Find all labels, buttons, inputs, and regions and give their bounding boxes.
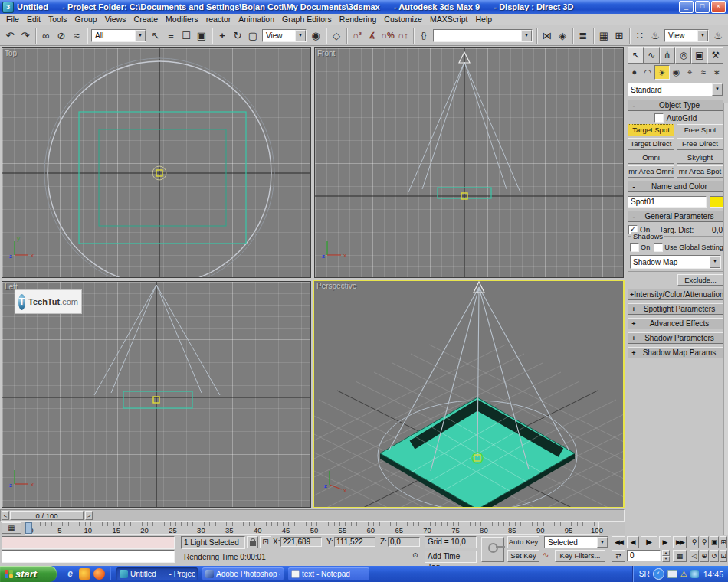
- rectangular-selection-region-icon[interactable]: ☐: [179, 28, 194, 44]
- auto-key-button[interactable]: Auto Key: [507, 536, 539, 548]
- restore-button[interactable]: □: [695, 1, 710, 13]
- category-geometry-icon[interactable]: ●: [628, 65, 641, 80]
- use-pivot-point-icon[interactable]: ◉: [308, 28, 323, 44]
- rollout-advanced-effects[interactable]: +Advanced Effects: [628, 318, 723, 329]
- current-frame-marker[interactable]: [25, 522, 32, 534]
- quick-launch-icon[interactable]: [79, 568, 90, 580]
- quick-render-icon[interactable]: ♨: [710, 28, 726, 44]
- snap-toggle-icon[interactable]: ∩³: [349, 28, 365, 44]
- angle-snap-icon[interactable]: ∡: [365, 28, 380, 44]
- menu-graph-editors[interactable]: Graph Editors: [278, 14, 336, 25]
- open-mini-curve-editor-button[interactable]: ▦: [2, 522, 21, 534]
- z-coordinate-field[interactable]: [388, 537, 420, 547]
- select-and-scale-icon[interactable]: ▢: [245, 28, 261, 44]
- category-shapes-icon[interactable]: ◠: [641, 65, 655, 80]
- viewport-perspective-active[interactable]: Perspective z x: [313, 280, 625, 508]
- material-editor-icon[interactable]: ∷: [632, 28, 648, 44]
- time-slider-track[interactable]: < 0 / 100 >: [0, 509, 625, 522]
- field-of-view-button[interactable]: ◁: [690, 550, 699, 562]
- redo-icon[interactable]: ↷: [18, 28, 33, 44]
- light-category-dropdown[interactable]: Standard ▼: [628, 83, 723, 96]
- next-frame-button[interactable]: ▶: [659, 536, 671, 548]
- schematic-view-icon[interactable]: ⊞: [612, 28, 627, 44]
- object-type-target-spot[interactable]: Target Spot: [628, 124, 674, 136]
- plane-object-outline[interactable]: [79, 112, 246, 244]
- render-setup-icon[interactable]: ♨: [648, 28, 663, 44]
- maximize-viewport-toggle[interactable]: ⊡: [720, 550, 727, 562]
- viewport-left[interactable]: Left T TechTut.com z x: [2, 281, 311, 508]
- rollout-name-and-color[interactable]: - Name and Color: [628, 181, 723, 192]
- select-and-manipulate-icon[interactable]: ◇: [329, 28, 344, 44]
- autogrid-checkbox[interactable]: [654, 113, 664, 123]
- track-bar[interactable]: ▦ 05101520253035404550556065707580859095…: [0, 522, 625, 535]
- category-cameras-icon[interactable]: ◉: [670, 65, 684, 80]
- zoom-all-button[interactable]: ⚲: [700, 536, 709, 548]
- key-filters-button[interactable]: Key Filters...: [555, 550, 605, 562]
- maxscript-mini-listener-pink[interactable]: [2, 536, 175, 549]
- firefox-icon[interactable]: [93, 568, 105, 580]
- viewport-perspective-label[interactable]: Perspective: [316, 282, 356, 290]
- bind-to-spacewarp-icon[interactable]: ≈: [69, 28, 84, 44]
- render-type-dropdown[interactable]: View ▼: [664, 29, 709, 42]
- align-icon[interactable]: ◈: [555, 28, 570, 44]
- named-selection-dropdown[interactable]: ▼: [433, 29, 533, 42]
- task-max[interactable]: Untitled - Project ...: [116, 567, 198, 580]
- start-button[interactable]: start: [0, 566, 57, 582]
- tray-folder-icon[interactable]: [667, 570, 677, 578]
- time-configuration-button[interactable]: ▦: [673, 550, 687, 562]
- goto-end-button[interactable]: ▶▶: [673, 536, 687, 548]
- object-type-free-direct[interactable]: Free Direct: [677, 138, 723, 150]
- minimize-button[interactable]: _: [679, 1, 694, 13]
- viewport-front[interactable]: Front z x: [314, 47, 624, 278]
- previous-frame-button[interactable]: ◀: [627, 536, 639, 548]
- task-ps[interactable]: Adobe Photoshop - [...: [202, 567, 284, 580]
- play-button[interactable]: ▶: [641, 536, 657, 548]
- object-color-swatch[interactable]: [710, 196, 723, 208]
- tab-utilities[interactable]: ⚒: [707, 47, 723, 64]
- add-time-tag[interactable]: Add Time Tag: [425, 551, 477, 563]
- frame-forward-arrow[interactable]: >: [85, 511, 93, 520]
- menu-customize[interactable]: Customize: [380, 14, 426, 25]
- object-type-free-spot[interactable]: Free Spot: [677, 124, 723, 136]
- tray-warning-icon[interactable]: ⚠: [680, 569, 687, 579]
- x-coordinate-field[interactable]: [280, 537, 322, 547]
- object-type-mr-area-omni[interactable]: mr Area Omni: [628, 165, 674, 178]
- menu-help[interactable]: Help: [472, 14, 497, 25]
- zoom-extents-button[interactable]: ▣: [710, 536, 719, 548]
- reference-coordinate-dropdown[interactable]: View ▼: [262, 29, 307, 42]
- track-bar-strip[interactable]: 0510152025303540455055606570758085909510…: [25, 522, 599, 535]
- goto-start-button[interactable]: ◀◀: [612, 536, 625, 548]
- set-key-button[interactable]: Set Key: [507, 550, 539, 562]
- object-type-omni[interactable]: Omni: [628, 152, 674, 164]
- frame-back-arrow[interactable]: <: [2, 511, 9, 520]
- frame-spinner[interactable]: ▲ ▼: [662, 550, 670, 562]
- spinner-snap-icon[interactable]: ∩↕: [395, 28, 411, 44]
- undo-icon[interactable]: ↶: [2, 28, 18, 44]
- menu-create[interactable]: Create: [130, 14, 162, 25]
- task-np[interactable]: text - Notepad: [288, 567, 369, 580]
- key-mode-toggle[interactable]: ⇄: [612, 550, 625, 562]
- selection-filter-dropdown[interactable]: All ▼: [91, 29, 146, 42]
- category-systems-icon[interactable]: ∗: [710, 65, 723, 80]
- menu-rendering[interactable]: Rendering: [336, 14, 380, 25]
- current-frame-field[interactable]: [627, 550, 661, 561]
- selection-lock-toggle[interactable]: [247, 536, 258, 548]
- menu-views[interactable]: Views: [101, 14, 130, 25]
- maxscript-mini-listener-white[interactable]: [2, 550, 175, 563]
- mirror-icon[interactable]: ⋈: [539, 28, 555, 44]
- menu-file[interactable]: File: [2, 14, 23, 25]
- rollout-shadow-map-params[interactable]: +Shadow Map Params: [628, 347, 723, 358]
- pan-button[interactable]: ⊕: [700, 550, 709, 562]
- object-name-field[interactable]: [628, 196, 707, 208]
- select-and-rotate-icon[interactable]: ↻: [230, 28, 245, 44]
- curve-editor-icon[interactable]: ▦: [596, 28, 612, 44]
- menu-animation[interactable]: Animation: [234, 14, 278, 25]
- zoom-extents-all-button[interactable]: ⊞: [720, 536, 727, 548]
- viewport-top[interactable]: Top z x y: [2, 47, 311, 278]
- rollout-intensity-color-attenuation[interactable]: +Intensity/Color/Attenuation: [628, 289, 723, 300]
- menu-reactor[interactable]: reactor: [202, 14, 235, 25]
- percent-snap-icon[interactable]: ∩%: [380, 28, 395, 44]
- spinner-down-icon[interactable]: ▼: [662, 556, 670, 562]
- language-indicator[interactable]: SR: [639, 570, 650, 578]
- shadow-type-dropdown[interactable]: Shadow Map ▼: [630, 255, 721, 269]
